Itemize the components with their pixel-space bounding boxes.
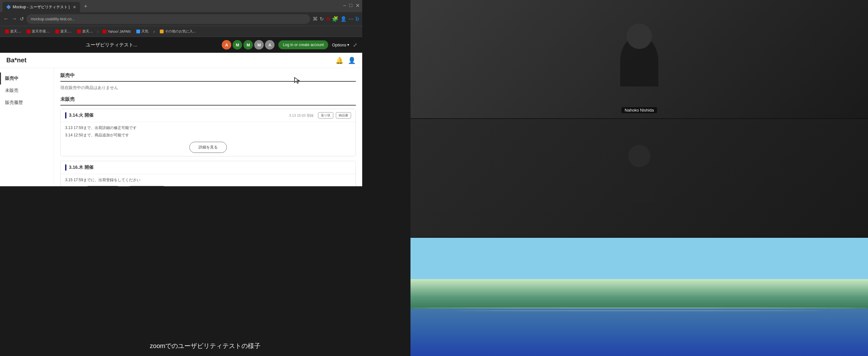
sidebar-item-history[interactable]: 販売履歴 bbox=[0, 97, 54, 109]
bookmark-more[interactable]: › bbox=[152, 29, 157, 34]
maximize-button[interactable]: □ bbox=[349, 3, 352, 8]
expand-button[interactable]: ⤢ bbox=[353, 42, 357, 48]
bookmark-icon-3 bbox=[55, 30, 59, 33]
on-sale-empty: 現在販売中の商品はありません bbox=[60, 85, 356, 91]
active-tab[interactable]: Mockup - ユーザビリティテスト | ✕ bbox=[3, 2, 80, 12]
on-sale-title: 販売中 bbox=[60, 72, 356, 82]
event-bar-2 bbox=[65, 164, 66, 171]
minimize-button[interactable]: – bbox=[343, 3, 346, 8]
on-sale-section: 販売中 現在販売中の商品はありません bbox=[60, 72, 356, 91]
back-button[interactable]: ← bbox=[3, 16, 9, 22]
extensions-area: ⌘ ↻ ⚙ 🧩 👤 ⋯ b bbox=[313, 16, 359, 22]
bookmark-yahoo[interactable]: Yahoo! JAPAN bbox=[100, 29, 133, 34]
bookmark-rakuten-1[interactable]: 楽天.... bbox=[3, 28, 24, 35]
tab-favicon bbox=[6, 5, 11, 9]
event-note-1-1: 3.13 17:59まで、出荷詳細の修正可能です bbox=[65, 125, 351, 131]
bookmark-tenki[interactable]: 天気 bbox=[134, 28, 151, 35]
event-bar-1 bbox=[65, 112, 66, 119]
bookmark-icon-4 bbox=[77, 30, 81, 33]
app-logo: Ba*net bbox=[6, 57, 26, 64]
user-icon[interactable]: 👤 bbox=[348, 57, 356, 64]
detail-button-1[interactable]: 詳細を見る bbox=[189, 142, 227, 153]
bell-icon[interactable]: 🔔 bbox=[336, 57, 343, 64]
bookmark-separator: › bbox=[96, 28, 99, 35]
bookmark-rakuten-2[interactable]: 楽天市場.... bbox=[24, 28, 52, 35]
avatar-m3: M bbox=[254, 40, 264, 50]
address-bar[interactable]: mockup.usability-test.co... bbox=[26, 14, 310, 24]
options-button[interactable]: Options ▾ bbox=[332, 42, 349, 47]
video-cell-3 bbox=[410, 238, 868, 356]
avatar-a2: A bbox=[265, 40, 275, 50]
video-cell-1: Nahoko Nishida bbox=[410, 0, 868, 118]
sidebar-item-not-on-sale[interactable]: 未販売 bbox=[0, 85, 54, 97]
badge-return: 返り状 bbox=[318, 112, 333, 119]
bookmark-rakuten-3[interactable]: 楽天.... bbox=[53, 28, 74, 35]
chevron-down-icon: ▾ bbox=[347, 42, 349, 47]
not-on-sale-section: 未販売 3.14.火 開催 3.13 15:03 登録 返り状 納品書 3.13… bbox=[60, 96, 356, 186]
avatar-a: A bbox=[222, 40, 231, 50]
translate-icon[interactable]: ⌘ bbox=[313, 16, 318, 22]
event-registered-1: 3.13 15:03 登録 bbox=[289, 113, 314, 118]
reload-button[interactable]: ↺ bbox=[20, 16, 24, 22]
profile-icon[interactable]: 👤 bbox=[340, 16, 347, 22]
avatar-m2: M bbox=[243, 40, 253, 50]
not-on-sale-title: 未販売 bbox=[60, 96, 356, 106]
video-cell-2 bbox=[410, 119, 868, 237]
new-tab-button[interactable]: + bbox=[81, 3, 90, 10]
event-note-1-2: 3.14 12:50まで、商品追加が可能です bbox=[65, 132, 351, 138]
event-note-2-1: 3.15 17:59までに、出荷登録をしてください bbox=[65, 177, 351, 183]
forward-button[interactable]: → bbox=[11, 16, 17, 22]
avatar-group: A M M M A bbox=[222, 40, 275, 50]
close-button[interactable]: ✕ bbox=[355, 3, 360, 8]
extensions-icon[interactable]: 🧩 bbox=[332, 16, 338, 22]
bookmark-icon-2 bbox=[27, 30, 31, 33]
more-icon[interactable]: ⋯ bbox=[348, 16, 353, 22]
folder-icon bbox=[160, 30, 164, 33]
tab-title: Mockup - ユーザビリティテスト | bbox=[13, 4, 69, 10]
webapp-main: 販売中 現在販売中の商品はありません 未販売 3.14.火 開催 3.13 15… bbox=[54, 68, 362, 186]
yahoo-icon bbox=[103, 30, 106, 33]
bookmark-icon bbox=[5, 30, 9, 33]
event-title-1: 3.14.火 開催 bbox=[69, 113, 286, 118]
bookmark-rakuten-4[interactable]: 楽天.... bbox=[75, 28, 96, 35]
usability-toolbar-title: ユーザビリティテスト... bbox=[86, 42, 137, 47]
sidebar-item-on-sale[interactable]: 販売中 bbox=[0, 72, 54, 85]
tab-close-icon[interactable]: ✕ bbox=[73, 5, 76, 9]
participant-name-1: Nahoko Nishida bbox=[621, 107, 657, 113]
webapp-sidebar: 販売中 未販売 販売履歴 bbox=[0, 68, 54, 186]
avatar-m1: M bbox=[232, 40, 242, 50]
shield-icon[interactable]: ⚙ bbox=[326, 16, 330, 22]
create-new-button[interactable]: はじめから作成 bbox=[84, 186, 122, 186]
create-from-last-button[interactable]: 前回出荷から作成 bbox=[125, 186, 168, 186]
refresh-icon[interactable]: ↻ bbox=[320, 16, 324, 22]
event-card-1: 3.14.火 開催 3.13 15:03 登録 返り状 納品書 3.13 17:… bbox=[60, 109, 356, 156]
badge-invoice: 納品書 bbox=[336, 112, 351, 119]
caption: zoomでのユーザビリティテストの様子 bbox=[0, 342, 410, 350]
url-display: mockup.usability-test.co... bbox=[31, 17, 75, 21]
login-button[interactable]: Log in or create account bbox=[278, 40, 328, 49]
bing-icon[interactable]: b bbox=[355, 16, 359, 22]
tenki-icon bbox=[136, 30, 140, 33]
event-title-2: 3.16.木 開催 bbox=[69, 165, 351, 170]
bookmark-folder[interactable]: その他のお気に入... bbox=[157, 28, 198, 35]
event-card-2: 3.16.木 開催 3.15 17:59までに、出荷登録をしてください 出荷登録… bbox=[60, 161, 356, 186]
